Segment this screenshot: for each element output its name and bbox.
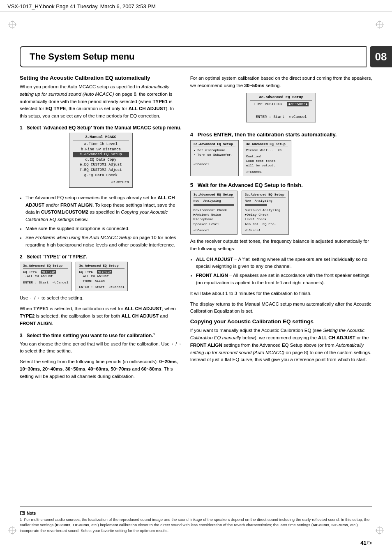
step2-screen-type1: 3c.Advanced EQ Setup EQ TYPE ◄TYPE1► ·AL… bbox=[20, 262, 71, 292]
time-text: It will take about 1 to 3 minutes for th… bbox=[190, 290, 372, 297]
step1-bullets: The Advanced EQ setup overwrites the set… bbox=[25, 194, 182, 249]
header-bar: VSX-1017_HY.book Page 41 Tuesday, March … bbox=[0, 0, 392, 12]
step4-heading: 4 Press ENTER, then the calibration star… bbox=[190, 131, 372, 138]
page-lang: En bbox=[367, 541, 372, 545]
page-footer: 41 En bbox=[20, 540, 372, 546]
step3-heading: 3 Select the time setting you want to us… bbox=[20, 332, 182, 339]
page-title: The System Setup menu bbox=[30, 51, 135, 62]
main-section-title: Setting the Acoustic Calibration EQ auto… bbox=[20, 75, 182, 81]
step2-screen-type2: 3c.Advanced EQ Setup EQ TYPE ◄TYPE2► ·AL… bbox=[76, 262, 127, 292]
step3-body1: You can choose the time period that will… bbox=[20, 341, 182, 355]
step1-heading: 1 Select 'Advanced EQ Setup' from the Ma… bbox=[20, 125, 182, 131]
corner-mark-top-left bbox=[8, 21, 16, 29]
step1-screen-wrapper: 3.Manual MCACC a.Fine Ch Level b.Fine SP… bbox=[20, 133, 182, 191]
display-return-text: The display returns to the Manual MCACC … bbox=[190, 301, 372, 315]
page: VSX-1017_HY.book Page 41 Tuesday, March … bbox=[0, 0, 392, 555]
step1-screen: 3.Manual MCACC a.Fine Ch Level b.Fine SP… bbox=[69, 133, 133, 188]
step2-heading: 2 Select 'TYPE1' or 'TYPE2'. bbox=[20, 254, 182, 260]
step5-screens: 3c.Advanced EQ Setup Now Analyzing Envir… bbox=[190, 191, 372, 235]
step2-use-text: Use ←/→ to select the setting. bbox=[20, 295, 182, 302]
bullet-item: The Advanced EQ setup overwrites the set… bbox=[25, 194, 182, 223]
page-number: 41 bbox=[360, 540, 366, 546]
note-area: ▶ Note 1 For multi-channel audio sources… bbox=[20, 507, 372, 534]
step2-type-desc: When TYPE1 is selected, the calibration … bbox=[20, 305, 182, 327]
step4-screen-1: 3c.Advanced EQ Setup • Set microphone. •… bbox=[190, 140, 239, 176]
bullet-item-all-ch: ALL CH ADJUST – A 'flat' setting where a… bbox=[196, 256, 372, 271]
after-step5-bullets: ALL CH ADJUST – A 'flat' setting where a… bbox=[196, 256, 372, 287]
bullet-item: See Problems when using the Auto MCACC S… bbox=[25, 234, 182, 249]
intro-body: When you perform the Auto MCACC setup as… bbox=[20, 83, 182, 120]
copy-section-title: Copying your Acoustic Calibration EQ set… bbox=[190, 318, 372, 325]
after-step5-intro: As the receiver outputs test tones, the … bbox=[190, 238, 372, 253]
step5-screen-2: 3c.Advanced EQ Setup Now Analyzing Surro… bbox=[242, 191, 289, 235]
step1-screen-title: 3.Manual MCACC bbox=[73, 135, 129, 140]
footnote-text: 1 For multi-channel audio sources, the l… bbox=[20, 517, 372, 534]
step3-body2: Select the setting from the following ti… bbox=[20, 358, 182, 380]
content-area: Setting the Acoustic Calibration EQ auto… bbox=[20, 75, 372, 510]
corner-mark-bottom-left bbox=[8, 526, 16, 534]
step5-heading: 5 Wait for the Advanced EQ Setup to fini… bbox=[190, 182, 372, 188]
chapter-badge: 08 bbox=[370, 46, 392, 67]
copy-body-text: If you want to manually adjust the Acous… bbox=[190, 327, 372, 364]
step3-screen-wrapper-right: 3c.Advanced EQ Setup TIME POSITION ◄30~5… bbox=[190, 93, 372, 126]
bullet-item-front-align: FRONT ALIGN – All speakers are set in ac… bbox=[196, 272, 372, 287]
title-bar: The System Setup menu bbox=[20, 46, 367, 67]
step2-screens: 3c.Advanced EQ Setup EQ TYPE ◄TYPE1► ·AL… bbox=[20, 262, 182, 292]
right-intro-text: For an optimal system calibration based … bbox=[190, 75, 372, 90]
corner-mark-top-right bbox=[376, 21, 384, 29]
note-label: ▶ Note bbox=[20, 511, 36, 516]
corner-mark-bottom-right bbox=[376, 526, 384, 534]
step5-screen-1: 3c.Advanced EQ Setup Now Analyzing Envir… bbox=[190, 191, 238, 235]
step3-screen-right: 3c.Advanced EQ Setup TIME POSITION ◄30~5… bbox=[246, 93, 316, 122]
step4-screens: 3c.Advanced EQ Setup • Set microphone. •… bbox=[190, 140, 372, 176]
step4-screen-2: 3c.Advanced EQ Setup Please Wait... 20 C… bbox=[243, 140, 291, 176]
left-column: Setting the Acoustic Calibration EQ auto… bbox=[20, 75, 182, 510]
right-column: For an optimal system calibration based … bbox=[190, 75, 372, 510]
bullet-item: Make sure the supplied microphone is con… bbox=[25, 225, 182, 233]
file-info: VSX-1017_HY.book Page 41 Tuesday, March … bbox=[7, 3, 156, 9]
